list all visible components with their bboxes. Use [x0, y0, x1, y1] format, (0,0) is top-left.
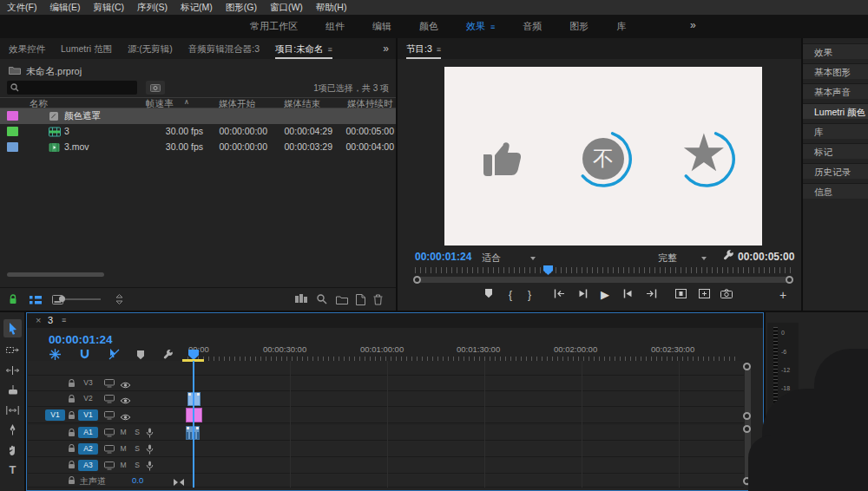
sync-lock-icon[interactable] — [104, 429, 115, 439]
mute-button[interactable]: M — [118, 461, 128, 469]
delete-icon[interactable] — [373, 294, 383, 307]
step-forward-icon[interactable] — [623, 288, 633, 302]
workspace-tab-graphics[interactable]: 图形 — [569, 20, 589, 33]
zoom-slider-handle[interactable] — [59, 296, 65, 302]
mic-icon[interactable] — [146, 428, 154, 440]
mic-icon[interactable] — [146, 444, 154, 456]
fit-dropdown[interactable]: 适合 — [482, 252, 536, 265]
scroll-handle[interactable] — [413, 276, 421, 284]
sync-lock-icon[interactable] — [104, 411, 115, 422]
timeline-playhead-line[interactable] — [193, 361, 194, 488]
slip-tool[interactable] — [3, 401, 22, 419]
menu-help[interactable]: 帮助(H) — [316, 2, 347, 14]
tab-program-monitor[interactable]: 节目:3≡ — [406, 38, 441, 59]
button-editor-icon[interactable]: + — [779, 288, 786, 302]
sync-lock-icon[interactable] — [104, 445, 115, 455]
tab-audio-clip-mixer[interactable]: 音频剪辑混合器:3 — [188, 38, 260, 59]
sidebar-item-info[interactable]: 信息 — [803, 183, 868, 199]
menu-edit[interactable]: 编辑(E) — [49, 2, 80, 14]
menu-window[interactable]: 窗口(W) — [270, 2, 303, 14]
menu-graphics[interactable]: 图形(G) — [226, 2, 257, 14]
timeline-timecode[interactable]: 00:00:01:24 — [49, 333, 113, 346]
program-timecode[interactable]: 00:00:01:24 — [415, 251, 471, 263]
workspace-tab-assembly[interactable]: 常用工作区 — [250, 20, 298, 33]
panel-overflow-icon[interactable]: » — [383, 43, 389, 55]
lock-icon[interactable] — [68, 444, 76, 455]
mute-button[interactable]: M — [118, 444, 128, 453]
lock-icon[interactable] — [68, 429, 76, 439]
go-to-in-icon[interactable] — [554, 288, 565, 302]
menu-file[interactable]: 文件(F) — [7, 2, 36, 14]
table-row[interactable]: 颜色遮罩 — [0, 108, 396, 124]
close-icon[interactable]: × — [36, 315, 41, 325]
panel-menu-icon[interactable]: ≡ — [437, 45, 441, 54]
lock-icon[interactable] — [68, 379, 76, 390]
scroll-handle[interactable] — [743, 425, 751, 433]
project-hscrollbar[interactable] — [7, 272, 104, 277]
add-marker-icon[interactable] — [484, 288, 493, 302]
scroll-handle[interactable] — [743, 412, 751, 420]
menu-sequence[interactable]: 序列(S) — [137, 2, 168, 14]
tab-lumetri-scopes[interactable]: Lumetri 范围 — [61, 38, 112, 59]
eye-icon[interactable] — [120, 380, 131, 390]
hand-tool[interactable] — [3, 441, 22, 459]
search-filter-button[interactable] — [146, 81, 165, 95]
timeline-settings-wrench-icon[interactable] — [162, 349, 174, 362]
master-fader-icon[interactable] — [174, 477, 184, 488]
add-marker-icon[interactable] — [136, 350, 145, 362]
solo-button[interactable]: S — [132, 461, 142, 469]
menu-marker[interactable]: 标记(M) — [181, 2, 213, 14]
track-name[interactable]: V3 — [78, 377, 98, 389]
list-view-icon[interactable] — [30, 295, 42, 306]
resolution-dropdown[interactable]: 完整 — [658, 252, 707, 265]
track-name[interactable]: A1 — [78, 427, 98, 438]
sidebar-item-essential-graphics[interactable]: 基本图形 — [803, 63, 868, 79]
play-icon[interactable]: ▶ — [601, 288, 609, 302]
track-name[interactable]: A2 — [78, 443, 98, 455]
settings-wrench-icon[interactable] — [722, 249, 734, 263]
sort-icon[interactable] — [115, 294, 123, 306]
workspace-tab-editing[interactable]: 编辑 — [372, 20, 391, 33]
sync-lock-icon[interactable] — [104, 395, 115, 405]
new-bin-icon[interactable] — [336, 295, 348, 306]
table-row[interactable]: 3 30.00 fps 00:00:00:00 00:00:04:29 00:0… — [5, 124, 391, 140]
lock-icon[interactable] — [68, 461, 76, 471]
table-row[interactable]: 3.mov 30.00 fps 00:00:00:00 00:00:03:29 … — [5, 140, 391, 155]
track-master[interactable]: 主声道 0.0 — [28, 474, 744, 488]
label-color-chip[interactable] — [7, 142, 18, 152]
search-box[interactable] — [7, 81, 137, 95]
program-hscrollbar[interactable] — [415, 277, 793, 283]
workspace-overflow-icon[interactable]: » — [690, 19, 696, 31]
workspace-menu-icon[interactable]: ≡ — [490, 23, 495, 31]
selection-tool[interactable] — [3, 319, 22, 337]
program-playhead[interactable] — [543, 265, 553, 275]
track-v1[interactable]: V1 V1 — [28, 407, 744, 423]
sync-lock-icon[interactable] — [104, 379, 115, 390]
lock-icon[interactable] — [68, 395, 76, 405]
automate-to-sequence-icon[interactable] — [295, 294, 309, 306]
mic-icon[interactable] — [146, 461, 154, 473]
source-patch-v1[interactable]: V1 — [45, 409, 65, 421]
workspace-tab-audio[interactable]: 音频 — [523, 20, 542, 33]
track-v2[interactable]: V2 — [28, 391, 744, 407]
workspace-tab-libraries[interactable]: 库 — [616, 20, 626, 33]
eye-icon[interactable] — [120, 412, 131, 422]
master-level-value[interactable]: 0.0 — [132, 475, 143, 485]
sidebar-item-effects[interactable]: 效果 — [803, 43, 868, 59]
track-a1[interactable]: A1 M S — [28, 425, 744, 441]
solo-button[interactable]: S — [132, 444, 142, 453]
track-a3[interactable]: A3 M S — [28, 457, 744, 474]
scroll-handle[interactable] — [786, 276, 793, 284]
tab-source-monitor[interactable]: 源:(无剪辑) — [128, 38, 173, 59]
menu-clip[interactable]: 剪辑(C) — [93, 2, 124, 14]
eye-icon[interactable] — [120, 396, 131, 406]
project-bin-name[interactable]: 未命名.prproj — [26, 65, 82, 78]
zoom-slider-track[interactable] — [61, 298, 101, 300]
scroll-handle[interactable] — [743, 363, 751, 370]
solo-button[interactable]: S — [132, 428, 142, 436]
extract-icon[interactable] — [699, 288, 710, 302]
new-item-icon[interactable] — [356, 294, 365, 307]
go-to-out-icon[interactable] — [646, 288, 657, 302]
timeline-tab-label[interactable]: 3 — [48, 315, 53, 325]
label-color-chip[interactable] — [7, 111, 18, 121]
